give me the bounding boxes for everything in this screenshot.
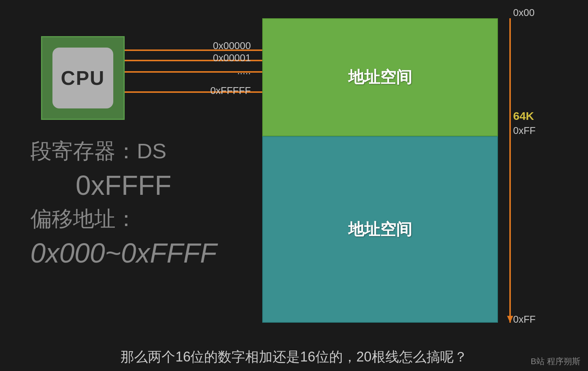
scale-area: 0x00 64K 0xFF 0xFF <box>506 18 528 323</box>
watermark: B站 程序朔斯 <box>531 356 580 367</box>
memory-block1-label: 地址空间 <box>348 67 412 88</box>
cpu-box: CPU <box>41 36 125 120</box>
segment-register: 段寄存器：DS <box>30 137 217 166</box>
scale-label-mid: 64K <box>513 110 534 123</box>
addr-label-0: 0x00000 <box>213 40 251 52</box>
scale-label-mid2: 0xFF <box>513 125 536 137</box>
offset-label: 偏移地址： <box>30 205 217 234</box>
cpu-label: CPU <box>61 67 105 89</box>
main-area: CPU 0x00000 0x00001 ..... 0xFFFFF 地址空间 地… <box>0 0 588 371</box>
scale-label-top: 0x00 <box>513 7 534 19</box>
info-text: 段寄存器：DS 0xFFFF 偏移地址： 0x000~0xFFFF <box>30 137 217 269</box>
segment-value: 0xFFFF <box>30 170 217 201</box>
memory-block2-label: 地址空间 <box>348 219 412 240</box>
subtitle: 那么两个16位的数字相加还是16位的，20根线怎么搞呢？ <box>0 348 588 366</box>
addr-label-last: 0xFFFFF <box>210 85 251 97</box>
memory-block-teal: 地址空间 <box>262 136 498 323</box>
offset-value: 0x000~0xFFFF <box>30 237 217 269</box>
memory-area: 地址空间 地址空间 <box>262 18 498 323</box>
arrow-head <box>507 316 513 323</box>
addr-label-1: 0x00001 <box>213 52 251 64</box>
memory-block-green: 地址空间 <box>262 18 498 136</box>
addr-label-dots: ..... <box>237 65 251 77</box>
scale-label-bot: 0xFF <box>513 314 536 325</box>
cpu-inner: CPU <box>52 48 113 108</box>
scale-arrow <box>509 18 511 323</box>
